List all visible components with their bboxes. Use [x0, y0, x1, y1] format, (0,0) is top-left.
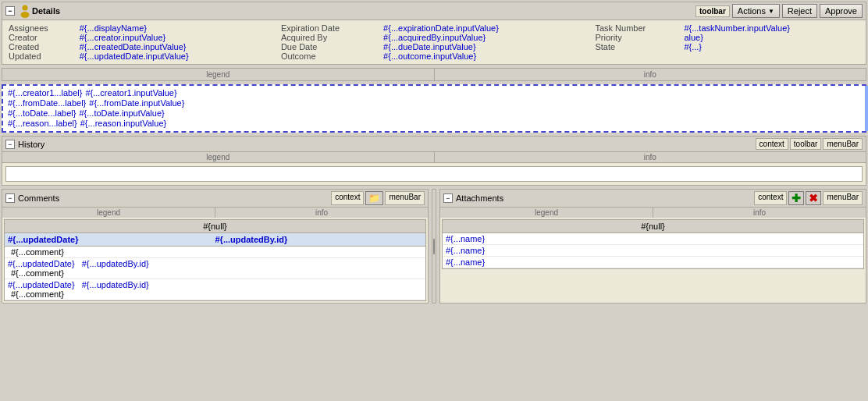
reason-label: #{...reason...label} [8, 119, 77, 128]
comments-by-1: #{...updatedBy.id} [82, 259, 149, 268]
actions-dropdown-arrow: ▼ [768, 8, 774, 15]
attachments-null-row: #{null} [443, 220, 863, 233]
middle-row-2: #{...toDate...label} #{...toDate.inputVa… [8, 108, 860, 118]
priority-value: alue} [684, 33, 859, 42]
task-number-value: #{...taskNumber.inputValue} [684, 23, 859, 33]
splitter-handle [433, 239, 435, 254]
approve-button[interactable]: Approve [820, 4, 863, 18]
attachments-legend: legend [440, 208, 653, 218]
comments-null-row: #{null} [5, 220, 425, 233]
creator-value: #{...creator.inputValue} [80, 33, 281, 42]
comments-date-1: #{...updatedDate} [8, 259, 75, 268]
history-content-area [5, 166, 863, 182]
comments-legend: legend [2, 208, 215, 218]
fromdate-value: #{...fromDate.inputValue} [89, 98, 184, 108]
reason-value: #{...reason.inputValue} [80, 119, 167, 128]
due-date-value: #{...dueDate.inputValue} [383, 42, 595, 51]
comments-info: info [215, 208, 428, 218]
svg-point-1 [21, 12, 30, 18]
history-context-label: context [756, 138, 788, 150]
created-value: #{...createdDate.inputValue} [80, 42, 281, 51]
comments-comment-2: #{...comment} [8, 289, 422, 299]
comments-comment-1: #{...comment} [8, 268, 422, 278]
history-header: − History context toolbar menuBar [2, 137, 866, 152]
comments-toolbar-right: context 📁 menuBar [331, 191, 425, 205]
attachment-row-1: #{...name} [443, 245, 863, 257]
middle-row-1: #{...fromDate...label} #{...fromDate.inp… [8, 98, 860, 108]
acquired-by-value: #{...acquiredBy.inputValue} [383, 33, 595, 42]
state-label: State [595, 42, 684, 51]
splitter[interactable] [432, 189, 436, 303]
details-panel: − Details toolbar Actions ▼ Reject Appro… [2, 2, 866, 65]
due-date-label: Due Date [281, 42, 383, 51]
comments-date-2: #{...updatedDate} [8, 280, 75, 289]
outcome-label: Outcome [281, 51, 383, 61]
attachment-name-1: #{...name} [446, 246, 485, 255]
attachments-info: info [653, 208, 866, 218]
priority-label: Priority [595, 33, 684, 42]
reject-button[interactable]: Reject [782, 4, 817, 18]
attachments-toolbar-right: context ✚ ✖ menuBar [754, 191, 863, 205]
updated-value: #{...updatedDate.inputValue} [80, 51, 281, 61]
todate-value: #{...toDate.inputValue} [79, 108, 164, 118]
attachments-panel: − Attachments context ✚ ✖ menuBar legend… [439, 189, 866, 303]
updated-label: Updated [9, 51, 80, 61]
comments-header-date: #{...updatedDate} [8, 235, 215, 244]
comments-table-header: #{...updatedDate} #{...updatedBy.id} [5, 233, 425, 247]
acquired-by-label: Acquired By [281, 33, 383, 42]
attachment-row-2: #{...name} [443, 257, 863, 268]
details-table: Assignees #{...displayName} Expiration D… [9, 23, 859, 61]
legend-section: legend [2, 69, 435, 80]
comments-comment-0: #{...comment} [8, 247, 64, 257]
attachment-row-0: #{...name} [443, 233, 863, 245]
details-toolbar-right: toolbar Actions ▼ Reject Approve [695, 4, 863, 18]
comments-folder-icon[interactable]: 📁 [365, 191, 383, 205]
comments-collapse-btn[interactable]: − [5, 193, 15, 203]
svg-point-0 [23, 5, 28, 11]
assignees-label: Assignees [9, 23, 80, 33]
history-menubar-label: menuBar [823, 138, 863, 150]
history-toolbar-label: toolbar [790, 138, 822, 150]
attachment-name-0: #{...name} [446, 234, 485, 243]
attachments-context-label: context [754, 191, 787, 205]
details-title: Details [32, 6, 60, 16]
legend-info-bar: legend info [2, 68, 866, 81]
remove-attachment-icon[interactable]: ✖ [806, 191, 821, 205]
middle-dashed-panel: #{...creator1...label} #{...creator1.inp… [2, 84, 866, 133]
attachments-collapse-btn[interactable]: − [443, 193, 453, 203]
comments-row-1: #{...updatedDate} #{...updatedBy.id} #{.… [5, 258, 425, 279]
main-container: − Details toolbar Actions ▼ Reject Appro… [0, 0, 868, 401]
history-collapse-btn[interactable]: − [5, 140, 15, 149]
history-toolbar-right: context toolbar menuBar [756, 138, 863, 150]
comments-header-by: #{...updatedBy.id} [215, 235, 423, 244]
task-number-label: Task Number [595, 23, 684, 33]
attachment-name-2: #{...name} [446, 257, 485, 267]
details-collapse-btn[interactable]: − [5, 6, 15, 16]
attachments-title: Attachments [456, 193, 503, 203]
actions-button[interactable]: Actions ▼ [732, 4, 780, 18]
info-section: info [435, 69, 866, 80]
comments-context-label: context [331, 191, 364, 205]
assignees-value: #{...displayName} [80, 23, 281, 33]
attachments-legend-info: legend info [440, 208, 866, 218]
fromdate-label: #{...fromDate...label} [8, 98, 86, 108]
details-body: Assignees #{...displayName} Expiration D… [2, 20, 866, 64]
middle-row-3: #{...reason...label} #{...reason.inputVa… [8, 119, 860, 128]
creator1-label: #{...creator1...label} [8, 88, 82, 98]
history-info: info [435, 152, 866, 162]
history-panel: − History context toolbar menuBar legend… [2, 136, 866, 186]
right-border-indicator [865, 86, 868, 131]
attachments-table-area: #{null} #{...name} #{...name} #{...name} [442, 219, 864, 269]
attachments-menubar-label: menuBar [823, 191, 863, 205]
outcome-value: #{...outcome.inputValue} [383, 51, 595, 61]
todate-label: #{...toDate...label} [8, 108, 76, 118]
comments-header: − Comments context 📁 menuBar [2, 190, 428, 208]
expiration-date-label: Expiration Date [281, 23, 383, 33]
bottom-row: − Comments context 📁 menuBar legend info… [2, 189, 866, 303]
history-title: History [18, 140, 44, 149]
add-attachment-icon[interactable]: ✚ [788, 191, 804, 205]
middle-row-0: #{...creator1...label} #{...creator1.inp… [8, 88, 860, 98]
details-header: − Details toolbar Actions ▼ Reject Appro… [2, 2, 866, 20]
attachments-header: − Attachments context ✚ ✖ menuBar [440, 190, 866, 208]
person-icon [18, 4, 32, 18]
